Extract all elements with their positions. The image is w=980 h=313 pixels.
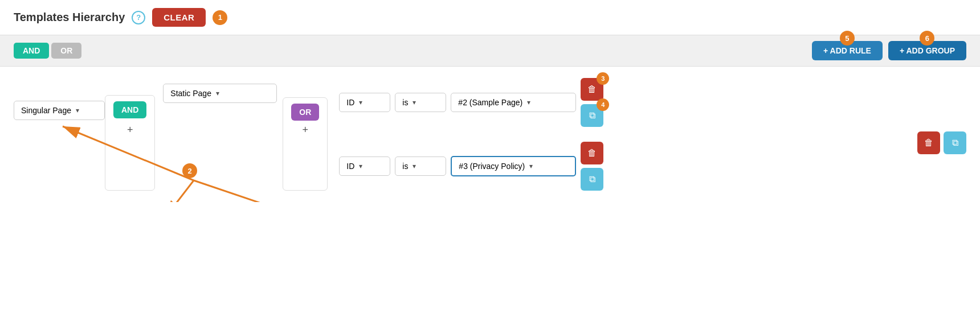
copy-icon-outer: ⧉	[952, 138, 958, 148]
rule-row-2: ID ▾ is ▾ #3 (Privacy Policy) ▾ 🗑	[339, 142, 912, 191]
trash-icon-outer: 🗑	[924, 138, 933, 148]
toolbar-right: 5 + ADD RULE 6 + ADD GROUP	[812, 41, 966, 60]
value-label-1: #2 (Sample Page)	[458, 98, 522, 107]
main-content: 2 Singular Page ▾ AND + Static Page ▾ OR…	[0, 67, 980, 202]
chevron-down-icon-3: ▾	[359, 98, 362, 106]
action-row-1b: 4 ⧉	[581, 104, 603, 127]
delete-button-2[interactable]: 🗑	[581, 142, 603, 164]
action-row-2a: 🗑	[581, 142, 603, 164]
copy-icon-2: ⧉	[589, 174, 595, 184]
trash-icon-1: 🗑	[587, 84, 597, 94]
and-button[interactable]: AND	[14, 43, 49, 59]
or-button[interactable]: OR	[51, 43, 81, 59]
badge-4: 4	[597, 98, 609, 111]
chevron-down-icon-7: ▾	[413, 162, 416, 170]
chevron-down-icon-4: ▾	[413, 98, 416, 106]
clear-button[interactable]: CLEAR	[152, 8, 206, 27]
or-container: OR +	[283, 97, 328, 191]
static-page-label: Static Page	[170, 89, 211, 98]
singular-page-label: Singular Page	[21, 106, 71, 115]
copy-button-outer[interactable]: ⧉	[944, 131, 966, 154]
page-title: Templates Hierarchy	[14, 11, 125, 24]
chevron-down-icon-5: ▾	[527, 98, 530, 106]
value-select-1[interactable]: #2 (Sample Page) ▾	[451, 93, 576, 112]
copy-icon-1: ⧉	[589, 110, 595, 121]
delete-button-outer[interactable]: 🗑	[917, 131, 940, 154]
chevron-down-icon: ▾	[76, 106, 79, 114]
plus-button-center[interactable]: +	[122, 123, 138, 137]
and-container: AND +	[105, 95, 155, 191]
operator-select-2[interactable]: is ▾	[395, 156, 446, 176]
action-row-2b: ⧉	[581, 168, 603, 191]
badge-3: 3	[597, 72, 609, 85]
rules-area: ID ▾ is ▾ #2 (Sample Page) ▾ 3 🗑 4	[339, 78, 912, 191]
value-label-2: #3 (Privacy Policy)	[459, 162, 525, 171]
operator-label-2: is	[402, 162, 408, 171]
operator-label-1: is	[402, 98, 408, 107]
badge-2: 2	[182, 163, 197, 178]
right-outer-actions: 🗑 ⧉	[917, 95, 966, 191]
static-page-select[interactable]: Static Page ▾	[163, 84, 277, 103]
plus-button-or[interactable]: +	[298, 123, 313, 137]
chevron-down-icon-6: ▾	[359, 162, 362, 170]
value-select-2[interactable]: #3 (Privacy Policy) ▾	[451, 156, 576, 176]
badge-6: 6	[920, 31, 934, 46]
field-label-2: ID	[346, 162, 354, 171]
action-group-1: 3 🗑 4 ⧉	[581, 78, 603, 127]
badge-1: 1	[213, 10, 227, 25]
header: Templates Hierarchy ? CLEAR 1	[0, 0, 980, 35]
and-badge-button[interactable]: AND	[113, 101, 146, 118]
left-group: Singular Page ▾	[14, 78, 105, 191]
action-row-1a: 3 🗑	[581, 78, 603, 101]
or-badge-button[interactable]: OR	[291, 104, 319, 121]
singular-page-select[interactable]: Singular Page ▾	[14, 101, 105, 120]
operator-select-1[interactable]: is ▾	[395, 93, 446, 112]
logic-toggle: AND OR	[14, 43, 81, 59]
badge-5: 5	[840, 31, 855, 46]
action-group-2: 🗑 ⧉	[581, 142, 603, 191]
chevron-down-icon-2: ▾	[216, 89, 219, 97]
field-select-1[interactable]: ID ▾	[339, 93, 390, 112]
rule-row-1: ID ▾ is ▾ #2 (Sample Page) ▾ 3 🗑 4	[339, 78, 912, 127]
toolbar: AND OR 5 + ADD RULE 6 + ADD GROUP	[0, 35, 980, 67]
copy-button-2[interactable]: ⧉	[581, 168, 603, 191]
field-select-2[interactable]: ID ▾	[339, 156, 390, 176]
trash-icon-2: 🗑	[587, 148, 597, 158]
static-group: Static Page ▾	[163, 78, 277, 191]
chevron-down-icon-8: ▾	[529, 162, 533, 170]
field-label-1: ID	[346, 98, 354, 107]
help-icon[interactable]: ?	[132, 11, 145, 24]
